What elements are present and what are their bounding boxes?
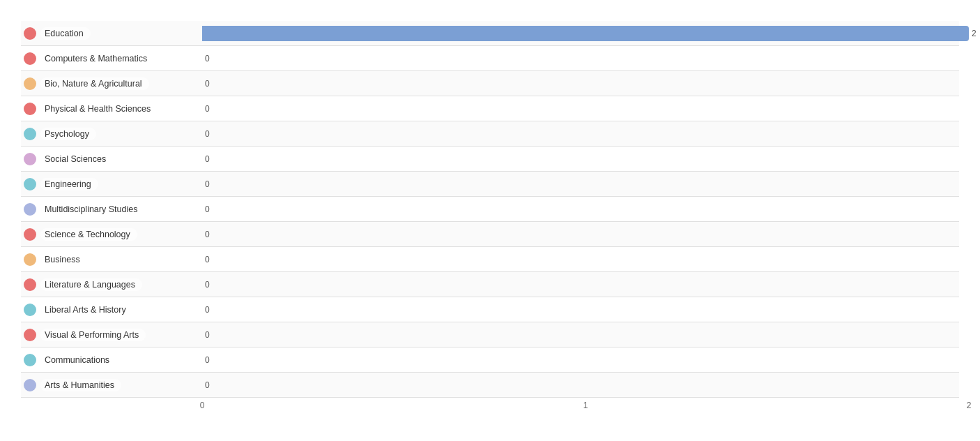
dot-icon bbox=[24, 153, 36, 165]
table-row: Science & Technology0 bbox=[21, 222, 959, 247]
bar-value-label: 0 bbox=[205, 305, 210, 315]
table-row: Bio, Nature & Agricultural0 bbox=[21, 71, 959, 96]
x-tick: 1 bbox=[583, 401, 588, 410]
x-tick: 0 bbox=[200, 401, 205, 410]
table-row: Computers & Mathematics0 bbox=[21, 46, 959, 71]
bar-value-label: 0 bbox=[205, 54, 210, 63]
row-label: Liberal Arts & History bbox=[21, 304, 202, 316]
dot-icon bbox=[24, 203, 36, 216]
bar-container: 0 bbox=[202, 252, 959, 267]
bar-value-label: 0 bbox=[205, 179, 210, 189]
dot-icon bbox=[24, 379, 36, 391]
row-label: Computers & Mathematics bbox=[21, 52, 202, 65]
bar-value-label: 0 bbox=[205, 204, 210, 214]
label-text: Liberal Arts & History bbox=[40, 304, 133, 316]
dot-icon bbox=[24, 178, 36, 190]
label-text: Science & Technology bbox=[40, 228, 137, 241]
label-text: Bio, Nature & Agricultural bbox=[40, 77, 149, 90]
table-row: Arts & Humanities0 bbox=[21, 373, 959, 398]
row-label: Communications bbox=[21, 354, 202, 366]
label-text: Education bbox=[40, 27, 91, 40]
row-label: Engineering bbox=[21, 178, 202, 190]
dot-icon bbox=[24, 27, 36, 40]
label-text: Engineering bbox=[40, 178, 98, 190]
bar-container: 0 bbox=[202, 51, 959, 66]
row-label: Psychology bbox=[21, 128, 202, 140]
row-label: Business bbox=[21, 253, 202, 266]
bar-value-label: 0 bbox=[205, 230, 210, 239]
table-row: Communications0 bbox=[21, 347, 959, 373]
dot-icon bbox=[24, 278, 36, 291]
bar-container: 0 bbox=[202, 327, 959, 343]
table-row: Liberal Arts & History0 bbox=[21, 297, 959, 322]
bar-value-label: 0 bbox=[205, 255, 210, 264]
label-text: Literature & Languages bbox=[40, 278, 142, 291]
bar-container: 2 bbox=[202, 26, 959, 41]
bar-value-label: 0 bbox=[205, 330, 210, 340]
dot-icon bbox=[24, 354, 36, 366]
bar-value-label: 2 bbox=[972, 29, 977, 38]
row-label: Bio, Nature & Agricultural bbox=[21, 77, 202, 90]
bar-container: 0 bbox=[202, 177, 959, 192]
row-label: Education bbox=[21, 27, 202, 40]
label-text: Social Sciences bbox=[40, 153, 113, 165]
chart-area: Education2Computers & Mathematics0Bio, N… bbox=[21, 21, 959, 398]
table-row: Physical & Health Sciences0 bbox=[21, 96, 959, 121]
bar-value-label: 0 bbox=[205, 380, 210, 390]
bar-container: 0 bbox=[202, 126, 959, 142]
bar-value-label: 0 bbox=[205, 355, 210, 365]
table-row: Education2 bbox=[21, 21, 959, 46]
row-label: Multidisciplinary Studies bbox=[21, 203, 202, 216]
table-row: Business0 bbox=[21, 247, 959, 272]
dot-icon bbox=[24, 253, 36, 266]
bar-container: 0 bbox=[202, 151, 959, 167]
chart-wrapper: Education2Computers & Mathematics0Bio, N… bbox=[21, 21, 959, 417]
table-row: Engineering0 bbox=[21, 172, 959, 197]
label-text: Physical & Health Sciences bbox=[40, 103, 158, 115]
table-row: Social Sciences0 bbox=[21, 147, 959, 172]
dot-icon bbox=[24, 304, 36, 316]
dot-icon bbox=[24, 128, 36, 140]
bar-container: 0 bbox=[202, 352, 959, 368]
dot-icon bbox=[24, 52, 36, 65]
bar-value-label: 0 bbox=[205, 280, 210, 290]
label-text: Multidisciplinary Studies bbox=[40, 203, 144, 216]
row-label: Social Sciences bbox=[21, 153, 202, 165]
bar-value-label: 0 bbox=[205, 79, 210, 89]
bar-fill bbox=[202, 26, 969, 41]
bar-container: 0 bbox=[202, 76, 959, 91]
x-tick: 2 bbox=[967, 401, 972, 410]
bar-value-label: 0 bbox=[205, 154, 210, 164]
bar-container: 0 bbox=[202, 378, 959, 393]
bar-container: 0 bbox=[202, 277, 959, 292]
row-label: Physical & Health Sciences bbox=[21, 103, 202, 115]
x-axis: 012 bbox=[202, 401, 959, 417]
label-text: Arts & Humanities bbox=[40, 379, 121, 391]
row-label: Visual & Performing Arts bbox=[21, 329, 202, 341]
row-label: Science & Technology bbox=[21, 228, 202, 241]
table-row: Visual & Performing Arts0 bbox=[21, 322, 959, 347]
row-label: Arts & Humanities bbox=[21, 379, 202, 391]
label-text: Visual & Performing Arts bbox=[40, 329, 146, 341]
dot-icon bbox=[24, 103, 36, 115]
bar-value-label: 0 bbox=[205, 129, 210, 139]
dot-icon bbox=[24, 228, 36, 241]
label-text: Psychology bbox=[40, 128, 96, 140]
dot-icon bbox=[24, 329, 36, 341]
bar-container: 0 bbox=[202, 302, 959, 317]
row-label: Literature & Languages bbox=[21, 278, 202, 291]
table-row: Multidisciplinary Studies0 bbox=[21, 197, 959, 222]
table-row: Psychology0 bbox=[21, 121, 959, 147]
bar-container: 0 bbox=[202, 202, 959, 217]
table-row: Literature & Languages0 bbox=[21, 272, 959, 297]
bar-container: 0 bbox=[202, 227, 959, 242]
bar-container: 0 bbox=[202, 101, 959, 117]
label-text: Computers & Mathematics bbox=[40, 52, 154, 65]
label-text: Communications bbox=[40, 354, 116, 366]
bar-value-label: 0 bbox=[205, 104, 210, 114]
dot-icon bbox=[24, 77, 36, 90]
label-text: Business bbox=[40, 253, 87, 266]
